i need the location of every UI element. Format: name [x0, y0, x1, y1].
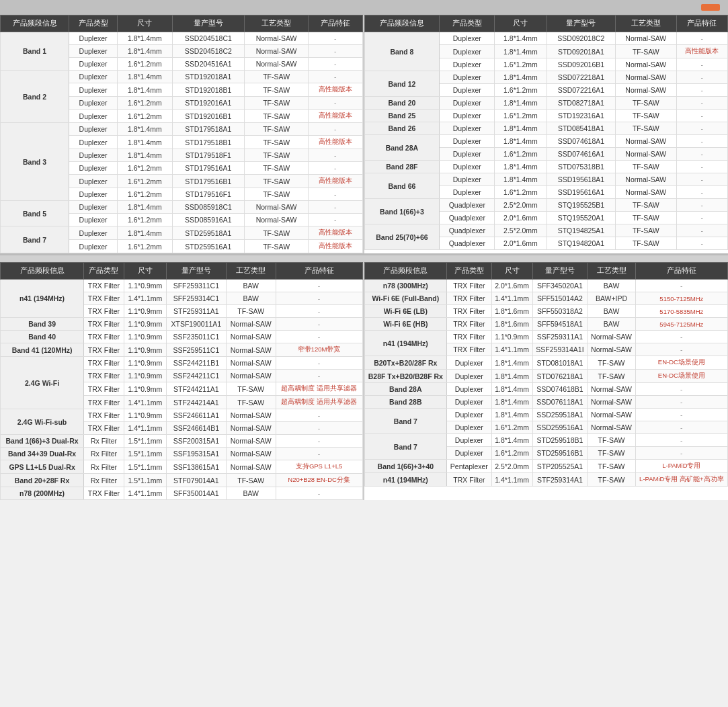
- table-row: Band 28FDuplexer1.8*1.4mmSTD075318B1TF-S…: [364, 161, 728, 173]
- data-cell-size: 1.8*1.4mm: [118, 123, 172, 136]
- data-cell-type: Quadplexer: [440, 237, 495, 250]
- data-cell-size: 1.5*1.1mm: [124, 460, 166, 474]
- data-cell-size: 1.8*1.4mm: [495, 173, 547, 186]
- data-cell-process: Normal-SAW: [616, 135, 676, 148]
- band-cell: Wi-Fi 6E (LB): [364, 305, 447, 318]
- col-size-right-low: 尺寸: [491, 263, 532, 280]
- data-cell-size: 1.6*1.2mm: [495, 148, 547, 161]
- band-cell: B20Tx+B20/28F Rx: [364, 356, 447, 370]
- data-cell-feature: -: [309, 201, 362, 214]
- data-cell-type: TRX Filter: [447, 343, 491, 356]
- data-cell-model: STD082718A1: [547, 97, 615, 110]
- data-cell-model: STD192018A1: [172, 71, 245, 83]
- data-cell-type: TRX Filter: [84, 370, 124, 382]
- data-cell-size: 1.1*0.9mm: [124, 382, 166, 396]
- data-cell-size: 2.5*2.0mm: [491, 460, 532, 473]
- data-cell-type: Duplexer: [69, 136, 118, 149]
- data-cell-size: 1.6*1.2mm: [495, 84, 547, 97]
- data-cell-model: STQ194825A1: [547, 224, 615, 237]
- band-cell: Band 7: [364, 434, 447, 460]
- data-cell-process: TF-SAW: [226, 396, 276, 409]
- band-cell: GPS L1+L5 Dual-Rx: [1, 460, 84, 474]
- band-cell: Band 2: [1, 71, 69, 123]
- data-cell-process: TF-SAW: [245, 97, 309, 110]
- data-cell-feature: -: [276, 292, 362, 305]
- data-cell-model: STQ194820A1: [547, 237, 615, 250]
- data-cell-size: 1.8*1.4mm: [118, 83, 172, 97]
- data-cell-feature: -: [676, 84, 727, 97]
- data-cell-process: TF-SAW: [616, 97, 676, 110]
- col-feature-left: 产品特征: [309, 15, 362, 32]
- table-row: Band 1(66)+3Quadplexer2.5*2.0mmSTQ195525…: [364, 199, 728, 212]
- data-cell-process: TF-SAW: [245, 71, 309, 83]
- right-lower-body: n78 (300MHz)TRX Filter2.0*1.6mmSFF345020…: [364, 280, 728, 487]
- data-cell-size: 1.6*1.2mm: [118, 214, 172, 226]
- data-cell-type: Rx Filter: [84, 435, 124, 448]
- data-cell-size: 1.1*0.9mm: [124, 280, 166, 292]
- band-cell: Band 7: [364, 409, 447, 434]
- col-process-right-low: 工艺类型: [588, 263, 635, 280]
- data-cell-model: SSD072216A1: [547, 84, 615, 97]
- data-cell-feature: -: [676, 97, 727, 110]
- left-lower-section: 产品频段信息 产品类型 尺寸 量产型号 工艺类型 产品特征 n41 (194MH…: [0, 262, 364, 500]
- data-cell-model: SSD072218A1: [547, 71, 615, 84]
- table-row: Wi-Fi 6E (LB)TRX Filter1.8*1.6mmSFF55031…: [364, 305, 728, 318]
- data-cell-model: SFF594518A1: [532, 318, 588, 331]
- table-row: Band 28ADuplexer1.8*1.4mmSSD074618B1Norm…: [364, 383, 728, 396]
- data-cell-feature: L-PAMiD专用: [635, 460, 727, 473]
- data-cell-size: 1.1*0.9mm: [124, 409, 166, 422]
- data-cell-model: SSD204518C2: [172, 45, 245, 58]
- data-cell-size: 1.6*1.2mm: [118, 97, 172, 110]
- col-band-left-low: 产品频段信息: [1, 263, 84, 280]
- data-cell-process: TF-SAW: [245, 226, 309, 240]
- band-cell: Band 1(66)+3: [364, 199, 440, 224]
- data-cell-process: Normal-SAW: [226, 318, 276, 331]
- table-row: Band 20Duplexer1.8*1.4mmSTD082718A1TF-SA…: [364, 97, 728, 110]
- data-cell-size: 2.5*2.0mm: [495, 224, 547, 237]
- data-cell-size: 1.8*1.4mm: [491, 396, 532, 409]
- data-cell-model: SFF259314C1: [167, 292, 227, 305]
- data-cell-type: Duplexer: [69, 58, 118, 71]
- data-cell-size: 2.5*2.0mm: [495, 199, 547, 212]
- data-cell-size: 1.8*1.4mm: [118, 226, 172, 240]
- data-cell-process: BAW+IPD: [588, 292, 635, 305]
- data-cell-model: SSF259314A1I: [532, 343, 588, 356]
- data-cell-feature: -: [676, 122, 727, 135]
- data-cell-process: TF-SAW: [226, 305, 276, 318]
- table-row: Wi-Fi 6E (HB)TRX Filter1.8*1.6mmSFF59451…: [364, 318, 728, 331]
- data-cell-model: STD192316A1: [547, 110, 615, 122]
- table-row: Band 39TRX Filter1.1*0.9mmXTSF190011A1No…: [1, 318, 363, 331]
- data-cell-size: 1.1*0.9mm: [124, 305, 166, 318]
- band-cell: Band 5: [1, 201, 69, 226]
- data-cell-model: SSD074618B1: [532, 383, 588, 396]
- data-cell-model: STD179518A1: [172, 123, 245, 136]
- data-cell-feature: -: [276, 435, 362, 448]
- data-cell-type: Duplexer: [69, 83, 118, 97]
- data-cell-type: TRX Filter: [84, 487, 124, 500]
- data-cell-type: Quadplexer: [440, 224, 495, 237]
- data-cell-type: Duplexer: [447, 370, 491, 383]
- data-cell-type: TRX Filter: [84, 305, 124, 318]
- data-cell-feature: -: [676, 135, 727, 148]
- data-cell-size: 1.8*1.6mm: [491, 305, 532, 318]
- data-cell-type: Pentaplexer: [447, 460, 491, 473]
- table-row: n41 (194MHz)TRX Filter1.4*1.1mmSTF259314…: [364, 473, 728, 487]
- data-cell-type: Duplexer: [440, 122, 495, 135]
- data-cell-model: STD259516B1: [532, 447, 588, 460]
- data-cell-feature: -: [676, 212, 727, 224]
- data-cell-type: Duplexer: [447, 396, 491, 409]
- data-cell-feature: -: [309, 45, 362, 58]
- data-cell-process: TF-SAW: [245, 240, 309, 253]
- data-cell-model: SSD085918C1: [172, 201, 245, 214]
- data-cell-size: 1.8*1.4mm: [495, 122, 547, 135]
- data-cell-type: Rx Filter: [84, 460, 124, 474]
- table-row: Band 8Duplexer1.8*1.4mmSSD092018C2Normal…: [364, 32, 728, 45]
- band-cell: Band 1(66)+3+40: [364, 460, 447, 473]
- data-cell-type: Duplexer: [69, 201, 118, 214]
- data-cell-feature: -: [635, 447, 727, 460]
- data-cell-process: TF-SAW: [588, 370, 635, 383]
- data-cell-model: STF244211A1: [167, 382, 227, 396]
- data-cell-size: 1.8*1.4mm: [491, 409, 532, 421]
- data-cell-size: 1.8*1.4mm: [118, 149, 172, 162]
- data-cell-model: STD179516F1: [172, 188, 245, 201]
